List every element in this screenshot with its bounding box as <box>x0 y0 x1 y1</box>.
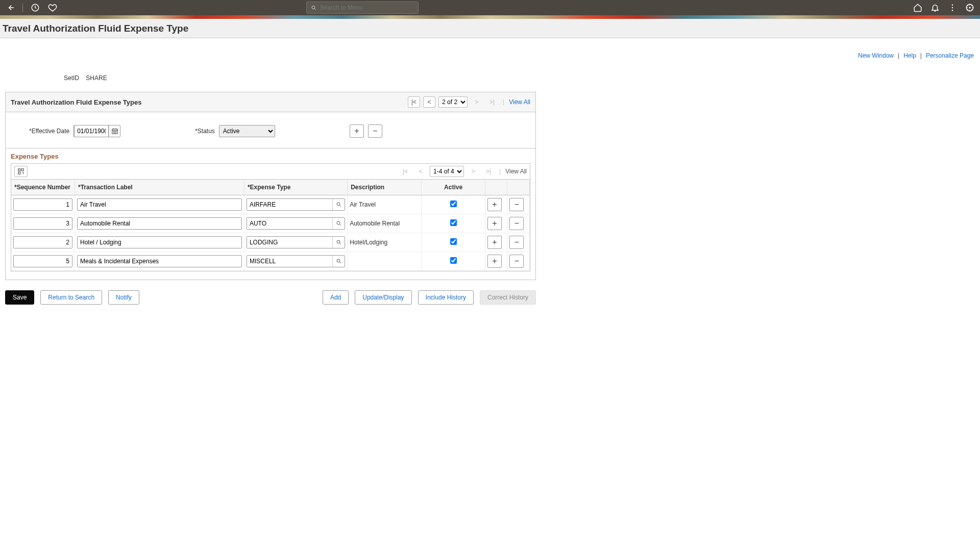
svg-point-6 <box>969 7 970 8</box>
grid-pager: |< < 1-4 of 4 > >| | View All <box>399 166 527 177</box>
home-icon[interactable] <box>913 3 923 13</box>
type-input[interactable] <box>247 199 332 210</box>
type-input[interactable] <box>247 237 332 248</box>
status-select[interactable]: Active <box>219 125 275 137</box>
grid-settings-button[interactable] <box>14 166 28 177</box>
update-display-button[interactable]: Update/Display <box>355 290 411 305</box>
type-input[interactable] <box>247 218 332 229</box>
col-active: Active <box>422 180 485 195</box>
table-row: +− <box>11 252 530 271</box>
delete-row-button[interactable]: − <box>509 217 524 230</box>
label-input[interactable] <box>77 255 242 267</box>
grid-first-button[interactable]: |< <box>399 166 411 177</box>
setid-row: SetID SHARE <box>5 59 536 92</box>
next-page-button[interactable]: > <box>471 96 483 108</box>
lookup-icon[interactable] <box>332 218 345 229</box>
personalize-link[interactable]: Personalize Page <box>926 52 974 59</box>
page-title-bar: Travel Authorization Fluid Expense Type <box>0 19 980 38</box>
grid-toolbar: |< < 1-4 of 4 > >| | View All <box>11 164 530 180</box>
svg-point-9 <box>114 132 115 132</box>
menu-search-input[interactable] <box>320 4 414 11</box>
svg-point-2 <box>952 5 953 6</box>
label-input[interactable] <box>77 217 242 230</box>
page-title: Travel Authorization Fluid Expense Type <box>3 23 188 34</box>
active-checkbox[interactable] <box>450 201 457 207</box>
new-window-link[interactable]: New Window <box>858 52 894 59</box>
svg-rect-14 <box>18 169 20 171</box>
type-lookup[interactable] <box>247 236 345 248</box>
svg-point-17 <box>337 203 340 206</box>
group-pager: |< < 2 of 2 > >| | View All <box>408 96 530 108</box>
delete-row-button[interactable]: − <box>509 255 524 268</box>
banner-strip <box>0 15 980 19</box>
active-checkbox[interactable] <box>450 257 457 264</box>
return-to-search-button[interactable]: Return to Search <box>40 290 102 305</box>
notifications-icon[interactable] <box>930 3 940 13</box>
lookup-icon[interactable] <box>332 237 345 248</box>
menu-search[interactable] <box>306 2 419 14</box>
grid-range-select[interactable]: 1-4 of 4 <box>430 166 464 177</box>
svg-point-3 <box>952 7 953 8</box>
group-title: Travel Authorization Fluid Expense Types <box>11 98 141 106</box>
desc-cell: Air Travel <box>348 195 422 214</box>
calendar-icon[interactable] <box>109 126 120 137</box>
seq-input[interactable] <box>13 255 72 267</box>
grid-prev-button[interactable]: < <box>414 166 427 177</box>
table-row: Automobile Rental+− <box>11 214 530 233</box>
desc-cell: Automobile Rental <box>348 214 422 233</box>
label-input[interactable] <box>77 198 242 211</box>
back-arrow-icon[interactable] <box>5 3 15 13</box>
group-header: Travel Authorization Fluid Expense Types… <box>6 92 535 112</box>
type-lookup[interactable] <box>247 198 345 211</box>
grid-next-button[interactable]: > <box>467 166 479 177</box>
active-checkbox[interactable] <box>450 238 457 245</box>
view-all-link[interactable]: View All <box>509 98 530 106</box>
add-row-button[interactable]: + <box>487 255 502 268</box>
type-lookup[interactable] <box>247 217 345 230</box>
svg-point-18 <box>337 221 340 224</box>
help-link[interactable]: Help <box>903 52 916 59</box>
effective-date-input[interactable] <box>74 125 109 137</box>
notify-button[interactable]: Notify <box>108 290 139 305</box>
add-row-button[interactable]: + <box>350 124 364 138</box>
add-row-button[interactable]: + <box>487 198 502 211</box>
grid-table: *Sequence Number *Transaction Label *Exp… <box>11 180 530 271</box>
include-history-button[interactable]: Include History <box>418 290 474 305</box>
add-row-button[interactable]: + <box>487 236 502 249</box>
add-button[interactable]: Add <box>323 290 349 305</box>
delete-row-button[interactable]: − <box>368 124 382 138</box>
favorite-icon[interactable] <box>47 3 58 13</box>
actions-menu-icon[interactable] <box>947 3 958 13</box>
active-checkbox[interactable] <box>450 219 457 226</box>
lookup-icon[interactable] <box>332 199 345 210</box>
delete-row-button[interactable]: − <box>509 198 524 211</box>
seq-input[interactable] <box>13 236 72 248</box>
divider <box>22 4 23 12</box>
effective-date-field[interactable] <box>74 125 120 137</box>
desc-cell <box>348 252 422 271</box>
delete-row-button[interactable]: − <box>509 236 524 249</box>
seq-input[interactable] <box>13 198 72 211</box>
grid-view-all-link[interactable]: View All <box>505 168 527 175</box>
seq-input[interactable] <box>13 217 72 230</box>
group-box: Travel Authorization Fluid Expense Types… <box>5 92 536 280</box>
type-input[interactable] <box>247 256 332 267</box>
grid-title: Expense Types <box>6 148 535 163</box>
page-range-select[interactable]: 2 of 2 <box>438 96 468 108</box>
label-input[interactable] <box>77 236 242 248</box>
setid-label: SetID <box>64 74 79 82</box>
prev-page-button[interactable]: < <box>423 96 435 108</box>
history-icon[interactable] <box>30 3 40 13</box>
first-page-button[interactable]: |< <box>408 96 420 108</box>
grid-last-button[interactable]: >| <box>482 166 495 177</box>
setid-value: SHARE <box>86 74 107 82</box>
last-page-button[interactable]: >| <box>486 96 498 108</box>
add-row-button[interactable]: + <box>487 217 502 230</box>
save-button[interactable]: Save <box>5 290 34 305</box>
navbar-icon[interactable] <box>965 3 975 13</box>
col-label: *Transaction Label <box>75 180 244 195</box>
page-links: New Window | Help | Personalize Page <box>858 39 974 59</box>
lookup-icon[interactable] <box>332 256 345 267</box>
type-lookup[interactable] <box>247 255 345 267</box>
svg-point-4 <box>952 10 953 11</box>
